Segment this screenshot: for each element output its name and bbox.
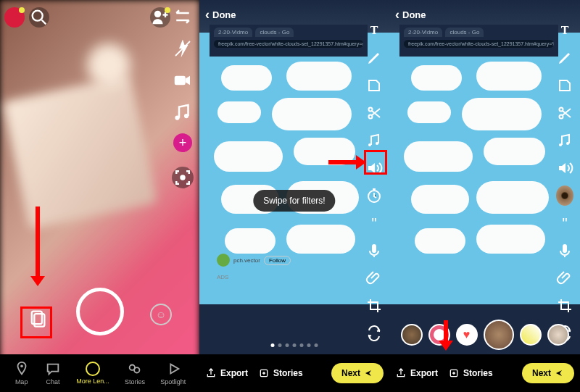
bottom-action-row: Export Stories Next <box>199 354 389 392</box>
draw-tool-button[interactable] <box>556 49 573 67</box>
music-button[interactable] <box>172 101 194 123</box>
send-icon <box>554 368 564 378</box>
svg-line-1 <box>42 20 46 25</box>
music-icon <box>365 132 383 149</box>
lens-option-selected[interactable] <box>484 320 514 350</box>
browser-url: freepik.com/free-vector/white-clouds-set… <box>214 40 363 48</box>
eye-lens-preview[interactable] <box>556 187 573 204</box>
scissors-icon <box>556 104 573 122</box>
quote-icon: " <box>371 215 376 232</box>
music-icon <box>556 132 573 149</box>
browser-tab: 2-20-Vidmo <box>214 28 252 37</box>
smiley-icon: ☺ <box>156 309 166 320</box>
mic-icon <box>365 242 383 259</box>
flash-button[interactable] <box>172 38 194 59</box>
svg-rect-6 <box>175 76 186 86</box>
panel-editor-filters: 2-20-Vidmo clouds - Go freepik.com/free-… <box>199 0 389 392</box>
scan-button[interactable] <box>172 167 194 188</box>
text-tool-button[interactable]: T <box>365 22 383 39</box>
timer-icon <box>365 187 383 204</box>
export-button[interactable]: Export <box>395 367 438 379</box>
music-button[interactable] <box>365 132 383 149</box>
add-friend-button[interactable] <box>150 7 170 28</box>
swipe-toast: Swipe for filters! <box>253 190 335 212</box>
add-button[interactable]: + <box>173 133 192 152</box>
lens-option[interactable] <box>547 324 569 346</box>
remix-icon <box>365 325 383 342</box>
sticker-icon <box>365 77 383 94</box>
profile-avatar[interactable] <box>4 7 25 28</box>
text-tool-button[interactable]: T <box>556 22 573 39</box>
nav-more-lenses[interactable]: More Len... <box>76 362 109 385</box>
search-button[interactable] <box>29 7 49 28</box>
lens-option[interactable] <box>520 324 542 346</box>
export-label: Export <box>410 368 438 378</box>
done-button[interactable]: ‹Done <box>205 6 236 23</box>
stories-button[interactable]: Stories <box>448 367 493 379</box>
crop-button[interactable] <box>365 297 383 314</box>
filter-pagination <box>271 343 318 347</box>
scan-icon <box>172 167 194 188</box>
export-button[interactable]: Export <box>205 367 248 379</box>
browser-tab: 2-20-Vidmo <box>404 28 442 37</box>
svg-point-14 <box>134 367 139 372</box>
sticker-button[interactable] <box>556 77 573 94</box>
next-label: Next <box>341 368 360 378</box>
attach-button[interactable] <box>556 270 573 287</box>
music-icon <box>172 101 194 123</box>
lenses-button[interactable]: ☺ <box>150 304 172 325</box>
export-icon <box>205 367 217 379</box>
svg-point-22 <box>560 108 563 112</box>
nav-map[interactable]: Map <box>14 361 30 385</box>
paperclip-icon <box>556 270 573 287</box>
crop-icon <box>365 297 383 314</box>
nav-label: Spotlight <box>160 378 186 385</box>
pencil-icon <box>365 49 383 67</box>
svg-point-2 <box>154 11 161 17</box>
lens-option[interactable]: ♥ <box>456 324 478 346</box>
draw-tool-button[interactable] <box>365 49 383 67</box>
sound-button[interactable] <box>556 159 573 177</box>
stories-label: Stories <box>463 368 493 378</box>
ads-label: ADS <box>217 274 228 280</box>
export-icon <box>395 367 407 379</box>
capture-button[interactable] <box>76 288 124 335</box>
nav-label: Map <box>15 378 28 385</box>
sticker-button[interactable] <box>365 77 383 94</box>
lens-option[interactable] <box>401 324 423 346</box>
svg-point-8 <box>184 114 188 118</box>
flip-camera-button[interactable] <box>172 6 194 28</box>
link-button[interactable]: " <box>556 214 573 232</box>
nav-chat[interactable]: Chat <box>45 361 61 385</box>
captured-browser-chrome: 2-20-Vidmo clouds - Go freepik.com/free-… <box>210 25 368 57</box>
voice-button[interactable] <box>556 242 573 259</box>
video-button[interactable] <box>172 70 194 91</box>
captured-browser-chrome: 2-20-Vidmo clouds - Go freepik.com/free-… <box>399 25 558 57</box>
stories-label: Stories <box>273 368 303 378</box>
voice-button[interactable] <box>365 242 383 259</box>
panel-camera: + ☺ Map Chat More Len... Stories Spotlig… <box>0 0 199 392</box>
nav-spotlight[interactable]: Spotlight <box>160 361 186 385</box>
scissors-button[interactable] <box>556 104 573 122</box>
memories-button[interactable] <box>28 308 48 328</box>
next-button[interactable]: Next <box>331 363 384 383</box>
text-icon: T <box>370 24 378 37</box>
timer-button[interactable] <box>365 187 383 204</box>
svg-point-17 <box>368 143 371 146</box>
remix-button[interactable] <box>365 325 383 342</box>
annotation-box-timer <box>364 150 387 175</box>
link-button[interactable]: " <box>365 214 383 232</box>
sticker-icon <box>556 77 573 94</box>
attach-button[interactable] <box>365 270 383 287</box>
svg-point-16 <box>369 115 373 119</box>
next-button[interactable]: Next <box>522 363 574 383</box>
nav-stories[interactable]: Stories <box>125 361 145 385</box>
scissors-button[interactable] <box>365 104 383 122</box>
crop-button[interactable] <box>556 297 573 314</box>
map-icon <box>14 361 30 377</box>
music-button[interactable] <box>556 132 573 149</box>
done-button[interactable]: ‹Done <box>395 6 426 23</box>
lens-carousel[interactable]: ♥ <box>401 320 569 350</box>
stories-button[interactable]: Stories <box>258 367 303 379</box>
browser-tab: clouds - Go <box>255 28 294 37</box>
